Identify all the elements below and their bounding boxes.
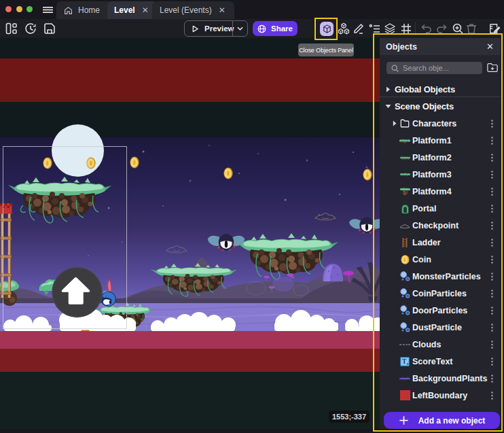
svg-text:x: x [407,361,409,365]
